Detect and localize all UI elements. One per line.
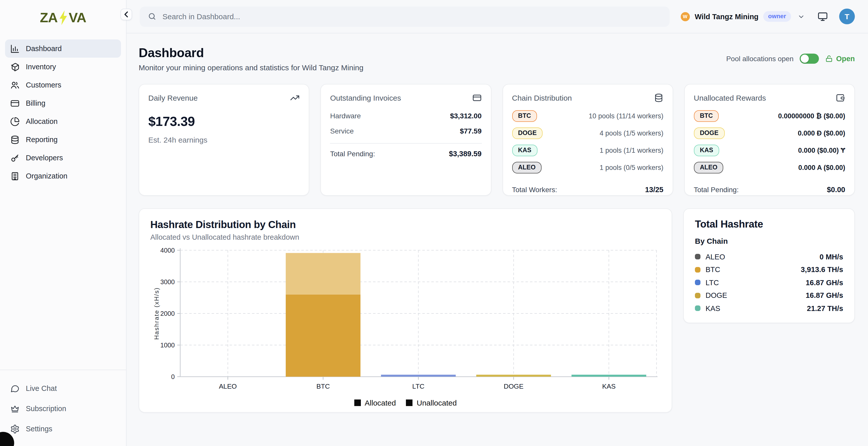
chain-color-dot [695,254,701,260]
chain-row-doge: DOGE4 pools (1/5 workers) [512,127,663,140]
legend-item-allocated[interactable]: Allocated [354,399,396,407]
page-subtitle: Monitor your mining operations and stati… [139,63,363,72]
toggle-knob [801,55,809,63]
main-area: Search in Dashboard... W Wild Tangz Mini… [127,0,868,446]
chain-row-value: 1 pools (1/1 workers) [599,147,663,154]
hashrate-value: 0 MH/s [820,253,843,261]
svg-text:KAS: KAS [602,382,615,390]
chain-color-dot [695,267,701,273]
credit-card-icon [10,98,20,108]
chain-row-value: 4 pools (1/5 workers) [599,130,663,137]
sidebar-item-settings[interactable]: Settings [5,419,121,439]
svg-text:ALEO: ALEO [219,382,237,390]
chart-subtitle: Allocated vs Unallocated hashrate breakd… [150,233,660,241]
chain-badge-btc: BTC [694,110,719,122]
workers-total-label: Total Workers: [512,185,557,194]
page-head: Dashboard Monitor your mining operations… [139,45,855,72]
package-icon [10,62,20,72]
pool-allocations-toggle[interactable] [800,54,819,64]
pool-allocations-label: Pool allocations open [726,55,794,63]
chain-badge-aleo: ALEO [694,162,723,173]
sidebar-collapse-button[interactable] [120,9,132,20]
credit-card-icon [472,93,482,103]
divider [330,143,482,144]
sidebar-nav: DashboardInventoryCustomersBillingAlloca… [0,32,126,370]
sidebar-item-developers[interactable]: Developers [5,149,121,167]
sidebar-item-billing[interactable]: Billing [5,94,121,112]
invoice-value: $77.59 [460,127,482,135]
org-name[interactable]: Wild Tangz Mining [695,12,758,21]
legend-label: Allocated [365,399,396,407]
sidebar-item-subscription[interactable]: Subscription [5,399,121,419]
bottom-row: Hashrate Distribution by Chain Allocated… [139,208,855,413]
chart-legend: AllocatedUnallocated [150,399,660,407]
sidebar-item-customers[interactable]: Customers [5,76,121,94]
chain-badge-kas: KAS [694,145,719,156]
chevron-down-icon[interactable] [797,12,805,21]
chain-distribution-card: Chain Distribution BTC10 pools (11/14 wo… [502,84,673,196]
database-icon [10,135,20,144]
rewards-total-label: Total Pending: [694,185,739,194]
hashrate-value: 16.87 GH/s [806,291,843,300]
sidebar-item-dashboard[interactable]: Dashboard [5,39,121,58]
stat-cards-row: Daily Revenue $173.39 Est. 24h earnings … [139,84,855,196]
sidebar: ZA VA DashboardInventoryCustomersBilling… [0,0,127,446]
pool-allocations-control: Pool allocations open Open [726,54,855,64]
chain-row-value: 0.000 Đ ($0.00) [798,130,845,137]
daily-revenue-value: $173.39 [148,114,300,130]
pie-chart-icon [10,116,20,126]
legend-item-unallocated[interactable]: Unallocated [406,399,457,407]
total-hashrate-card: Total Hashrate By Chain ALEO0 MH/sBTC3,9… [683,208,855,323]
hashrate-value: 3,913.6 TH/s [801,266,843,274]
search-input[interactable]: Search in Dashboard... [140,6,669,27]
unallocated-rewards-title: Unallocated Rewards [694,94,766,102]
unallocated-rewards-card: Unallocated Rewards BTC0.00000000 ₿ ($0.… [684,84,855,196]
dashboard-content: Dashboard Monitor your mining operations… [127,33,868,446]
chain-row-btc: BTC0.00000000 ₿ ($0.00) [694,110,845,123]
user-avatar[interactable]: T [839,9,855,24]
chart-bar-allocated-KAS [571,375,646,377]
chain-row-value: 0.00000000 ₿ ($0.00) [778,112,845,120]
sidebar-item-label: Reporting [26,136,58,144]
chain-badge-btc: BTC [512,110,537,122]
workers-total-value: 13/25 [645,185,663,194]
total-hashrate-title: Total Hashrate [695,218,843,230]
sidebar-item-label: Live Chat [26,384,57,392]
hashrate-value: 16.87 GH/s [806,279,843,287]
svg-text:BTC: BTC [316,382,330,390]
invoice-value: $3,312.00 [450,112,482,120]
brand-logo-text-right: VA [69,10,86,26]
outstanding-invoices-title: Outstanding Invoices [330,94,401,102]
hashrate-chart: 01000200030004000ALEOBTCLTCDOGEKASHashra… [150,246,660,396]
pool-open-status: Open [825,55,855,63]
sidebar-item-label: Organization [26,172,67,180]
sidebar-item-reporting[interactable]: Reporting [5,131,121,149]
rewards-total-value: $0.00 [827,185,845,194]
lightning-bolt-icon [57,10,69,25]
chain-row-aleo: ALEO1 pools (0/5 workers) [512,161,663,174]
svg-text:DOGE: DOGE [504,382,523,390]
org-avatar[interactable]: W [680,12,690,21]
daily-revenue-title: Daily Revenue [148,94,198,102]
users-icon [10,80,20,90]
chain-badge-doge: DOGE [694,128,725,139]
chain-distribution-title: Chain Distribution [512,94,572,102]
invoices-total-value: $3,389.59 [449,150,482,158]
svg-text:1000: 1000 [160,342,175,349]
sidebar-item-organization[interactable]: Organization [5,167,121,185]
monitor-icon[interactable] [817,11,828,22]
database-icon [654,93,663,103]
hashrate-row-kas: KAS21.27 TH/s [695,302,843,315]
sidebar-item-label: Dashboard [26,44,62,53]
sidebar-item-label: Customers [26,81,61,89]
chain-color-dot [695,293,701,298]
sidebar-item-allocation[interactable]: Allocation [5,112,121,131]
chain-row-kas: KAS1 pools (1/1 workers) [512,144,663,157]
hashrate-row-btc: BTC3,913.6 TH/s [695,263,843,276]
sidebar-item-live-chat[interactable]: Live Chat [5,378,121,399]
sidebar-footer-nav: Live ChatSubscriptionSettings [0,370,126,446]
chain-row-doge: DOGE0.000 Đ ($0.00) [694,127,845,140]
sidebar-item-label: Settings [26,425,52,433]
daily-revenue-card: Daily Revenue $173.39 Est. 24h earnings [139,84,309,196]
sidebar-item-inventory[interactable]: Inventory [5,58,121,76]
